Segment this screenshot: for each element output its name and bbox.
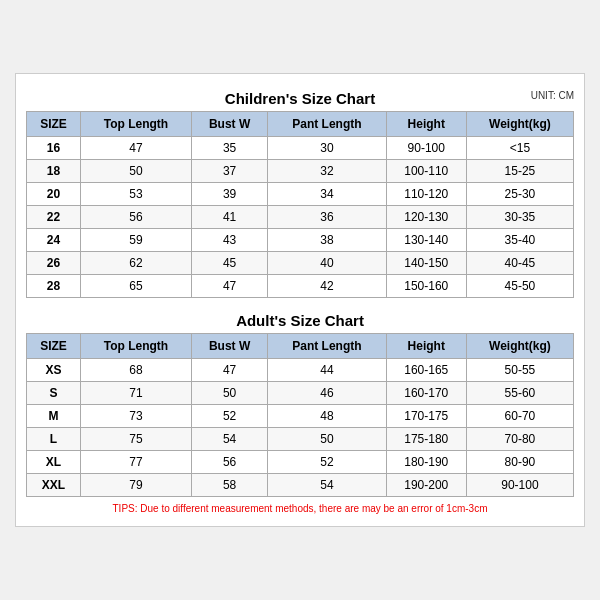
unit-label: UNIT: CM — [531, 90, 574, 101]
table-cell: 175-180 — [386, 428, 466, 451]
adults-col-bustw: Bust W — [192, 334, 268, 359]
table-cell: 100-110 — [386, 160, 466, 183]
table-cell: 55-60 — [466, 382, 573, 405]
table-cell: 120-130 — [386, 206, 466, 229]
table-cell: 58 — [192, 474, 268, 497]
table-cell: 34 — [268, 183, 386, 206]
table-cell: 54 — [268, 474, 386, 497]
table-cell: 56 — [192, 451, 268, 474]
table-cell: XXL — [27, 474, 81, 497]
table-row: XL775652180-19080-90 — [27, 451, 574, 474]
table-cell: 42 — [268, 275, 386, 298]
table-cell: 45 — [192, 252, 268, 275]
table-cell: 65 — [80, 275, 191, 298]
table-cell: 44 — [268, 359, 386, 382]
table-row: L755450175-18070-80 — [27, 428, 574, 451]
table-cell: 50 — [192, 382, 268, 405]
chart-container: Children's Size Chart UNIT: CM SIZE Top … — [15, 73, 585, 527]
children-col-toplength: Top Length — [80, 112, 191, 137]
children-col-bustw: Bust W — [192, 112, 268, 137]
adults-title-text: Adult's Size Chart — [236, 312, 364, 329]
table-cell: S — [27, 382, 81, 405]
table-cell: 140-150 — [386, 252, 466, 275]
table-cell: 50 — [268, 428, 386, 451]
table-cell: 22 — [27, 206, 81, 229]
table-cell: 25-30 — [466, 183, 573, 206]
table-row: XS684744160-16550-55 — [27, 359, 574, 382]
adults-col-height: Height — [386, 334, 466, 359]
table-cell: 43 — [192, 229, 268, 252]
table-row: XXL795854190-20090-100 — [27, 474, 574, 497]
table-cell: 75 — [80, 428, 191, 451]
table-cell: 90-100 — [466, 474, 573, 497]
children-title: Children's Size Chart UNIT: CM — [26, 84, 574, 111]
table-cell: L — [27, 428, 81, 451]
table-cell: 56 — [80, 206, 191, 229]
children-header-row: SIZE Top Length Bust W Pant Length Heigh… — [27, 112, 574, 137]
table-cell: 35 — [192, 137, 268, 160]
table-cell: 59 — [80, 229, 191, 252]
table-row: 20533934110-12025-30 — [27, 183, 574, 206]
adults-table: SIZE Top Length Bust W Pant Length Heigh… — [26, 333, 574, 497]
table-row: 26624540140-15040-45 — [27, 252, 574, 275]
table-cell: 47 — [192, 275, 268, 298]
table-cell: 160-170 — [386, 382, 466, 405]
table-cell: 40 — [268, 252, 386, 275]
table-cell: 79 — [80, 474, 191, 497]
children-table: SIZE Top Length Bust W Pant Length Heigh… — [26, 111, 574, 298]
adults-header-row: SIZE Top Length Bust W Pant Length Heigh… — [27, 334, 574, 359]
adults-col-size: SIZE — [27, 334, 81, 359]
table-cell: 15-25 — [466, 160, 573, 183]
table-cell: 26 — [27, 252, 81, 275]
table-cell: 68 — [80, 359, 191, 382]
table-cell: 32 — [268, 160, 386, 183]
table-cell: 45-50 — [466, 275, 573, 298]
table-cell: M — [27, 405, 81, 428]
table-cell: 71 — [80, 382, 191, 405]
table-row: 28654742150-16045-50 — [27, 275, 574, 298]
table-cell: 52 — [268, 451, 386, 474]
table-row: 1647353090-100<15 — [27, 137, 574, 160]
table-cell: 39 — [192, 183, 268, 206]
table-cell: 180-190 — [386, 451, 466, 474]
table-cell: 28 — [27, 275, 81, 298]
table-cell: 16 — [27, 137, 81, 160]
table-cell: 37 — [192, 160, 268, 183]
table-cell: 80-90 — [466, 451, 573, 474]
table-cell: 77 — [80, 451, 191, 474]
table-cell: 160-165 — [386, 359, 466, 382]
table-cell: 47 — [80, 137, 191, 160]
table-cell: 48 — [268, 405, 386, 428]
table-cell: 30 — [268, 137, 386, 160]
table-cell: 36 — [268, 206, 386, 229]
table-cell: 70-80 — [466, 428, 573, 451]
table-cell: 38 — [268, 229, 386, 252]
table-row: 18503732100-11015-25 — [27, 160, 574, 183]
table-row: M735248170-17560-70 — [27, 405, 574, 428]
table-cell: 110-120 — [386, 183, 466, 206]
table-cell: 18 — [27, 160, 81, 183]
adults-col-weight: Weight(kg) — [466, 334, 573, 359]
table-cell: 60-70 — [466, 405, 573, 428]
table-row: S715046160-17055-60 — [27, 382, 574, 405]
children-col-size: SIZE — [27, 112, 81, 137]
children-col-pantlength: Pant Length — [268, 112, 386, 137]
table-row: 24594338130-14035-40 — [27, 229, 574, 252]
table-cell: 54 — [192, 428, 268, 451]
table-cell: 130-140 — [386, 229, 466, 252]
table-cell: 53 — [80, 183, 191, 206]
children-col-height: Height — [386, 112, 466, 137]
tips-text: TIPS: Due to different measurement metho… — [26, 497, 574, 516]
table-cell: 30-35 — [466, 206, 573, 229]
table-cell: 40-45 — [466, 252, 573, 275]
table-cell: 35-40 — [466, 229, 573, 252]
table-cell: 20 — [27, 183, 81, 206]
table-cell: 62 — [80, 252, 191, 275]
table-cell: 170-175 — [386, 405, 466, 428]
children-col-weight: Weight(kg) — [466, 112, 573, 137]
table-cell: 90-100 — [386, 137, 466, 160]
adults-title: Adult's Size Chart — [26, 306, 574, 333]
table-cell: 50 — [80, 160, 191, 183]
table-cell: <15 — [466, 137, 573, 160]
table-cell: 73 — [80, 405, 191, 428]
